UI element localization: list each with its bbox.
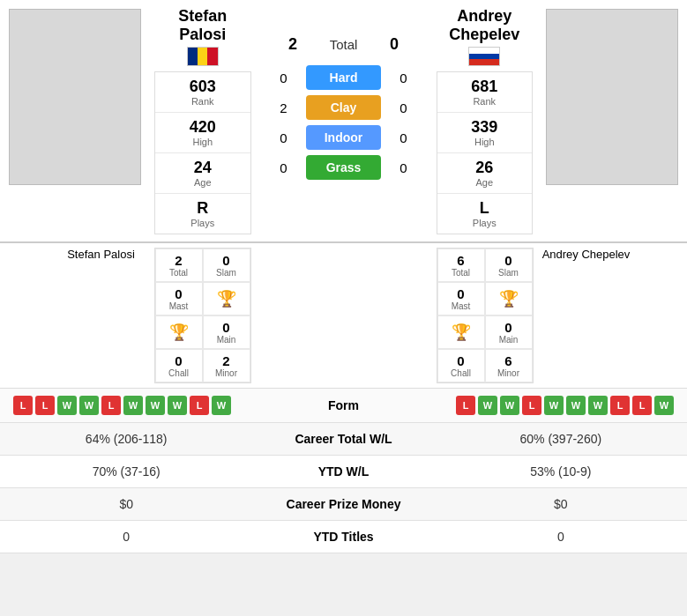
hard-btn: Hard (306, 65, 381, 90)
total-label: Total (309, 37, 379, 52)
stat-row-right-value: 0 (452, 530, 669, 544)
form-label: Form (300, 398, 388, 412)
stat-row: 0YTD Titles0 (0, 521, 687, 553)
right-high-value: 339 (443, 118, 527, 137)
left-trophy-icon: 🏆 (217, 289, 236, 308)
left-high-label: High (161, 137, 245, 147)
stat-row-label: Career Total W/L (235, 432, 452, 446)
stat-row-left-value: 64% (206-118) (18, 432, 235, 446)
right-player-photo (546, 9, 678, 185)
left-player-photo (9, 9, 141, 185)
stat-row-left-value: 0 (18, 530, 235, 544)
clay-row: 2 Clay 0 (268, 95, 419, 120)
left-total-value: 2 (161, 253, 197, 268)
form-badge-l: L (13, 396, 33, 415)
form-badge-w: W (79, 396, 99, 415)
right-player-name-label: Andrey Chepelev (538, 243, 635, 388)
form-badge-l: L (632, 396, 652, 415)
right-plays-value: L (443, 199, 527, 218)
stat-row-right-value: 53% (10-9) (452, 464, 669, 479)
form-badge-l: L (190, 396, 209, 415)
clay-btn: Clay (306, 95, 381, 120)
form-badge-l: L (35, 396, 55, 415)
right-main-value: 0 (491, 320, 526, 335)
left-minor-label: Minor (209, 368, 244, 378)
bottom-stats: LLWWLWWWLW Form LWWLWWWLLW 64% (206-118)… (0, 389, 687, 553)
right-age-label: Age (443, 177, 527, 188)
form-badge-w: W (123, 396, 143, 415)
indoor-row: 0 Indoor 0 (268, 125, 419, 150)
grass-right-score: 0 (388, 160, 419, 175)
form-badge-w: W (500, 396, 519, 415)
right-chall-value: 0 (444, 353, 479, 368)
left-player-name-label: Stefan Palosi (53, 243, 150, 388)
stat-row-label: YTD W/L (235, 464, 452, 479)
right-mast-value: 0 (444, 286, 479, 301)
stat-row: $0Career Prize Money$0 (0, 488, 687, 521)
form-badge-w: W (146, 396, 165, 415)
left-mast-value: 0 (161, 286, 197, 301)
grass-btn: Grass (306, 155, 381, 180)
stat-row-label: Career Prize Money (235, 497, 452, 511)
left-main-label: Main (209, 335, 244, 345)
hard-left-score: 0 (268, 71, 299, 85)
left-rank-label: Rank (161, 96, 245, 107)
clay-right-score: 0 (388, 100, 419, 115)
left-main-value: 0 (209, 320, 244, 335)
indoor-btn: Indoor (306, 125, 381, 150)
left-age-label: Age (161, 177, 245, 188)
form-badge-w: W (478, 396, 497, 415)
clay-left-score: 2 (268, 100, 299, 115)
right-player-name-header: Andrey Chepelev (437, 7, 534, 44)
stat-row-left-value: 70% (37-16) (18, 464, 235, 479)
left-player-stats: Stefan Palosi 603 Rank 420 High (150, 0, 256, 241)
right-mast-label: Mast (444, 301, 479, 311)
right-total-value: 6 (444, 253, 479, 268)
stat-row-left-value: $0 (18, 497, 235, 511)
right-minor-value: 6 (491, 353, 526, 368)
hard-right-score: 0 (388, 71, 419, 85)
form-badge-w: W (212, 396, 231, 415)
left-total-label: Total (161, 268, 197, 278)
stat-row: 64% (206-118)Career Total W/L60% (397-26… (0, 423, 687, 456)
left-mast-label: Mast (161, 301, 197, 311)
left-flag (187, 47, 219, 66)
left-slam-label: Slam (209, 268, 244, 278)
right-slam-value: 0 (491, 253, 526, 268)
stat-row-right-value: $0 (452, 497, 669, 511)
left-age-value: 24 (161, 159, 245, 177)
total-row: 2 Total 0 (278, 35, 410, 54)
total-right-score: 0 (379, 35, 410, 54)
form-row: LLWWLWWWLW Form LWWLWWWLLW (0, 389, 687, 423)
form-badge-w: W (168, 396, 187, 415)
form-badge-w: W (566, 396, 586, 415)
hard-row: 0 Hard 0 (268, 65, 419, 90)
right-chall-label: Chall (444, 368, 479, 378)
form-badge-w: W (544, 396, 564, 415)
form-badge-l: L (610, 396, 630, 415)
left-minor-value: 2 (209, 353, 244, 368)
form-badge-w: W (654, 396, 674, 415)
left-form-badges: LLWWLWWWLW (13, 396, 231, 415)
total-left-score: 2 (278, 35, 309, 54)
stat-row: 70% (37-16)YTD W/L53% (10-9) (0, 456, 687, 488)
left-rank-value: 603 (161, 78, 245, 96)
right-plays-label: Plays (443, 218, 527, 228)
left-chall-label: Chall (161, 368, 197, 378)
right-flag (468, 47, 500, 66)
right-rank-value: 681 (443, 78, 527, 96)
form-badge-l: L (101, 396, 121, 415)
grass-row: 0 Grass 0 (268, 155, 419, 180)
right-total-label: Total (444, 268, 479, 278)
indoor-right-score: 0 (388, 130, 419, 145)
right-age-value: 26 (443, 159, 527, 177)
right-rank-label: Rank (443, 96, 527, 107)
grass-left-score: 0 (268, 160, 299, 175)
form-badge-l: L (522, 396, 541, 415)
left-plays-label: Plays (161, 218, 245, 228)
left-high-value: 420 (161, 118, 245, 137)
right-trophy-icon: 🏆 (499, 289, 519, 308)
right-player-stats: Andrey Chepelev 681 Rank 339 High (432, 0, 538, 241)
left-plays-value: R (161, 199, 245, 218)
right-main-label: Main (491, 335, 526, 345)
